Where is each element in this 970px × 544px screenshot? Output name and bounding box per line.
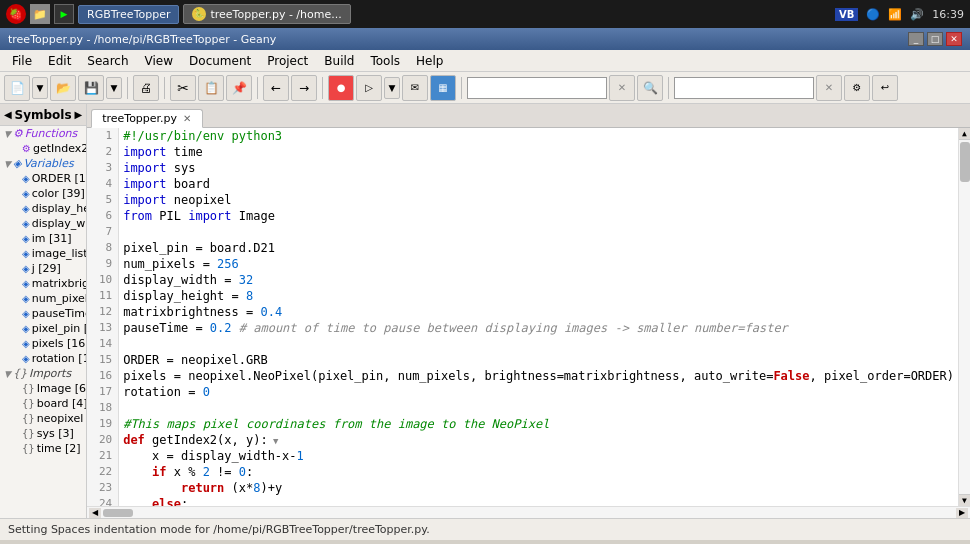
sidebar-item-pixels[interactable]: ◈ pixels [16] bbox=[0, 336, 86, 351]
code-line-17: rotation = 0 bbox=[123, 384, 954, 400]
stop-button[interactable]: ✉ bbox=[402, 75, 428, 101]
search-input[interactable] bbox=[467, 77, 607, 99]
code-line-23: return (x*8)+y bbox=[123, 480, 954, 496]
build-button[interactable]: ▦ bbox=[430, 75, 456, 101]
line-num-1: 1 bbox=[93, 128, 112, 144]
copy-button[interactable]: 📋 bbox=[198, 75, 224, 101]
line-num-6: 6 bbox=[93, 208, 112, 224]
taskbar-app2[interactable]: 🐍 treeTopper.py - /home... bbox=[183, 4, 350, 24]
cut-button[interactable]: ✂ bbox=[170, 75, 196, 101]
line-num-4: 4 bbox=[93, 176, 112, 192]
code-line-6: from PIL import Image bbox=[123, 208, 954, 224]
save-file-button[interactable]: 💾 bbox=[78, 75, 104, 101]
settings-button[interactable]: ⚙ bbox=[844, 75, 870, 101]
line-num-10: 10 bbox=[93, 272, 112, 288]
hscroll-left-btn[interactable]: ◀ bbox=[89, 508, 101, 518]
line-num-15: 15 bbox=[93, 352, 112, 368]
sidebar-title: Symbols bbox=[15, 108, 72, 122]
sidebar-item-pauseTime[interactable]: ◈ pauseTime [13] bbox=[0, 306, 86, 321]
tab-filename: treeTopper.py bbox=[102, 112, 177, 125]
tb-dropdown2[interactable]: ▼ bbox=[106, 77, 122, 99]
vertical-scrollbar[interactable]: ▲ ▼ bbox=[958, 128, 970, 506]
sidebar-item-Image[interactable]: {} Image [6] bbox=[0, 381, 86, 396]
wifi-icon: 📶 bbox=[888, 8, 902, 21]
line-num-8: 8 bbox=[93, 240, 112, 256]
sidebar-item-getindex2[interactable]: ⚙ getIndex2 [20] bbox=[0, 141, 86, 156]
code-line-5: import neopixel bbox=[123, 192, 954, 208]
menu-tools[interactable]: Tools bbox=[362, 52, 408, 70]
maximize-button[interactable]: □ bbox=[927, 32, 943, 46]
scroll-down-btn[interactable]: ▼ bbox=[959, 494, 971, 506]
search-button[interactable]: 🔍 bbox=[637, 75, 663, 101]
sidebar-expand-btn[interactable]: ▶ bbox=[74, 109, 82, 120]
code-line-22: if x % 2 != 0: bbox=[123, 464, 954, 480]
vb-indicator: VB bbox=[835, 8, 858, 21]
close-button[interactable]: ✕ bbox=[946, 32, 962, 46]
sidebar-item-display_height[interactable]: ◈ display_height bbox=[0, 201, 86, 216]
taskbar-folder[interactable]: 📁 bbox=[30, 4, 50, 24]
menu-document[interactable]: Document bbox=[181, 52, 259, 70]
sidebar-section-functions[interactable]: ▼ ⚙ Functions bbox=[0, 126, 86, 141]
line-num-7: 7 bbox=[93, 224, 112, 240]
horizontal-scrollbar-area: ◀ ▶ bbox=[87, 506, 970, 518]
menu-file[interactable]: File bbox=[4, 52, 40, 70]
editor-tab-active[interactable]: treeTopper.py ✕ bbox=[91, 109, 202, 128]
jump-button[interactable]: ↩ bbox=[872, 75, 898, 101]
sidebar-item-board[interactable]: {} board [4] bbox=[0, 396, 86, 411]
tb-dropdown1[interactable]: ▼ bbox=[32, 77, 48, 99]
sidebar-item-pixel_pin[interactable]: ◈ pixel_pin [8] bbox=[0, 321, 86, 336]
sidebar-item-display_width[interactable]: ◈ display_width [ bbox=[0, 216, 86, 231]
scroll-thumb[interactable] bbox=[960, 142, 970, 182]
code-line-9: num_pixels = 256 bbox=[123, 256, 954, 272]
code-line-10: display_width = 32 bbox=[123, 272, 954, 288]
line-num-9: 9 bbox=[93, 256, 112, 272]
raspberry-icon[interactable]: 🍓 bbox=[6, 4, 26, 24]
sidebar-item-time[interactable]: {} time [2] bbox=[0, 441, 86, 456]
menu-help[interactable]: Help bbox=[408, 52, 451, 70]
print-button[interactable]: 🖨 bbox=[133, 75, 159, 101]
menu-edit[interactable]: Edit bbox=[40, 52, 79, 70]
line-num-21: 21 bbox=[93, 448, 112, 464]
sidebar-item-image_list[interactable]: ◈ image_list [28] bbox=[0, 246, 86, 261]
hscroll-right-btn[interactable]: ▶ bbox=[956, 508, 968, 518]
sidebar-item-color[interactable]: ◈ color [39] bbox=[0, 186, 86, 201]
code-line-18 bbox=[123, 400, 954, 416]
scroll-up-btn[interactable]: ▲ bbox=[959, 128, 971, 140]
minimize-button[interactable]: _ bbox=[908, 32, 924, 46]
clear-search-button[interactable]: ✕ bbox=[609, 75, 635, 101]
hscroll-thumb[interactable] bbox=[103, 509, 133, 517]
sidebar-item-neopixel[interactable]: {} neopixel [5] bbox=[0, 411, 86, 426]
sidebar-section-imports[interactable]: ▼ {} Imports bbox=[0, 366, 86, 381]
replace-input[interactable] bbox=[674, 77, 814, 99]
code-line-4: import board bbox=[123, 176, 954, 192]
sidebar-item-j[interactable]: ◈ j [29] bbox=[0, 261, 86, 276]
menu-project[interactable]: Project bbox=[259, 52, 316, 70]
speaker-icon: 🔊 bbox=[910, 8, 924, 21]
run-dropdown[interactable]: ▼ bbox=[384, 77, 400, 99]
sidebar-item-matrixbrightness[interactable]: ◈ matrixbrightne... bbox=[0, 276, 86, 291]
code-content[interactable]: #!/usr/bin/env python3 import time impor… bbox=[119, 128, 958, 506]
sidebar-item-sys[interactable]: {} sys [3] bbox=[0, 426, 86, 441]
line-num-23: 23 bbox=[93, 480, 112, 496]
menu-view[interactable]: View bbox=[137, 52, 181, 70]
redo-button[interactable]: → bbox=[291, 75, 317, 101]
taskbar-terminal[interactable]: ▶ bbox=[54, 4, 74, 24]
sidebar-item-im[interactable]: ◈ im [31] bbox=[0, 231, 86, 246]
sidebar-item-ORDER[interactable]: ◈ ORDER [15] bbox=[0, 171, 86, 186]
paste-button[interactable]: 📌 bbox=[226, 75, 252, 101]
sidebar-item-num_pixels[interactable]: ◈ num_pixels [9] bbox=[0, 291, 86, 306]
line-num-24: 24 bbox=[93, 496, 112, 506]
new-file-button[interactable]: 📄 bbox=[4, 75, 30, 101]
sidebar-section-variables[interactable]: ▼ ◈ Variables bbox=[0, 156, 86, 171]
open-file-button[interactable]: 📂 bbox=[50, 75, 76, 101]
menu-search[interactable]: Search bbox=[79, 52, 136, 70]
menu-build[interactable]: Build bbox=[316, 52, 362, 70]
sidebar-collapse-btn[interactable]: ◀ bbox=[4, 109, 12, 120]
undo-button[interactable]: ← bbox=[263, 75, 289, 101]
clear-replace-button[interactable]: ✕ bbox=[816, 75, 842, 101]
sidebar-item-rotation[interactable]: ◈ rotation [17] bbox=[0, 351, 86, 366]
taskbar-app1[interactable]: RGBTreeTopper bbox=[78, 5, 179, 24]
tab-close-icon[interactable]: ✕ bbox=[183, 113, 191, 124]
run-button[interactable]: ▷ bbox=[356, 75, 382, 101]
compile-button[interactable]: ● bbox=[328, 75, 354, 101]
